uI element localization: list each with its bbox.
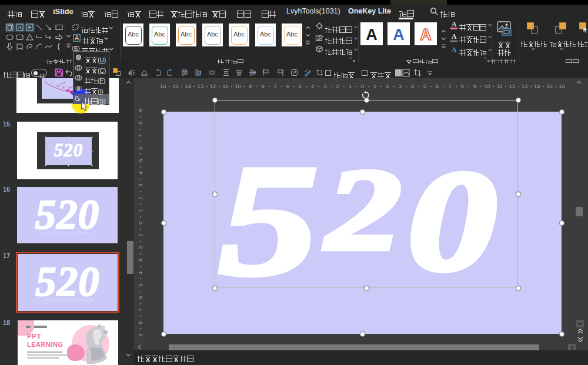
svg-text:A: A	[18, 25, 21, 31]
svg-text:A: A	[75, 35, 79, 41]
